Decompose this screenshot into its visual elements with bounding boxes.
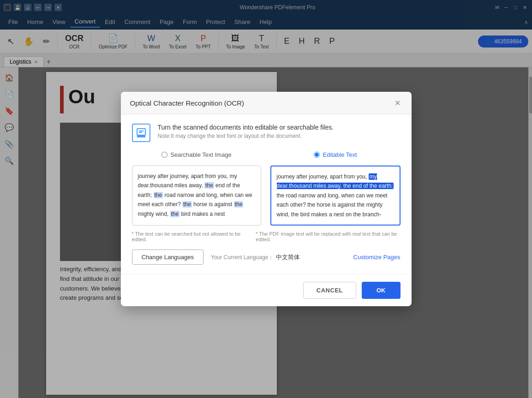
cancel-button[interactable]: CANCEL — [303, 282, 356, 299]
modal-intro-text: Turn the scanned documents into editable… — [158, 124, 334, 139]
modal-close-button[interactable]: ✕ — [393, 98, 402, 107]
ocr-previews: journey after journey, apart from you, m… — [132, 166, 400, 226]
ok-button[interactable]: OK — [362, 282, 400, 299]
searchable-preview-text-5: mighty wind, — [138, 211, 170, 217]
editable-radio[interactable] — [314, 152, 320, 158]
editable-preview: journey after journey, apart from you, m… — [270, 166, 400, 226]
editable-option-text: Editable Text — [323, 151, 357, 158]
searchable-highlight-3: the — [182, 201, 192, 208]
searchable-option-label[interactable]: Searchable Text Image — [132, 151, 262, 158]
modal-title: Optical Character Recognition (OCR) — [130, 99, 245, 107]
searchable-preview-text-4: horse is against — [192, 201, 234, 208]
editable-preview-text-2: the road narrow and long, when can we me… — [277, 192, 388, 218]
modal-intro-main: Turn the scanned documents into editable… — [158, 124, 334, 131]
searchable-highlight-1: the — [204, 182, 214, 189]
modal-intro: Turn the scanned documents into editable… — [132, 124, 400, 142]
current-language-value: 中文简体 — [276, 254, 300, 261]
customize-pages-link[interactable]: Customize Pages — [353, 254, 400, 261]
modal-overlay: Optical Character Recognition (OCR) ✕ Tu — [0, 0, 532, 398]
ocr-options: Searchable Text Image Editable Text — [132, 151, 400, 158]
current-language-display: Your Current Language： 中文简体 — [211, 253, 300, 261]
searchable-option-text: Searchable Text Image — [170, 151, 232, 158]
modal-intro-sub: Note:It may change the text font or layo… — [158, 133, 334, 139]
searchable-note: * The text can be searched but not allow… — [132, 231, 247, 242]
searchable-highlight-4: the — [234, 201, 244, 208]
searchable-preview-text-6: bird makes a nest — [179, 211, 225, 217]
searchable-radio[interactable] — [161, 152, 167, 158]
editable-option-label[interactable]: Editable Text — [271, 151, 400, 158]
modal-header: Optical Character Recognition (OCR) ✕ — [121, 92, 412, 114]
modal-body: Turn the scanned documents into editable… — [121, 114, 412, 274]
modal-footer: CANCEL OK — [121, 274, 412, 306]
ocr-intro-icon — [132, 124, 150, 142]
current-language-label: Your Current Language： — [211, 254, 274, 261]
language-section: Change Languages Your Current Language： … — [132, 249, 400, 265]
option-editable: Editable Text — [271, 151, 400, 158]
change-languages-button[interactable]: Change Languages — [132, 249, 204, 265]
ocr-preview-notes: * The text can be searched but not allow… — [132, 229, 400, 242]
ocr-modal: Optical Character Recognition (OCR) ✕ Tu — [121, 92, 412, 306]
searchable-preview: journey after journey, apart from you, m… — [132, 166, 261, 226]
editable-preview-text-1: journey after journey, apart from you, — [277, 173, 369, 180]
searchable-highlight-2: the — [154, 192, 163, 198]
searchable-highlight-5: the — [170, 211, 180, 217]
editable-note: * The PDF image text will be replaced wi… — [256, 231, 400, 242]
option-searchable: Searchable Text Image — [132, 151, 262, 158]
